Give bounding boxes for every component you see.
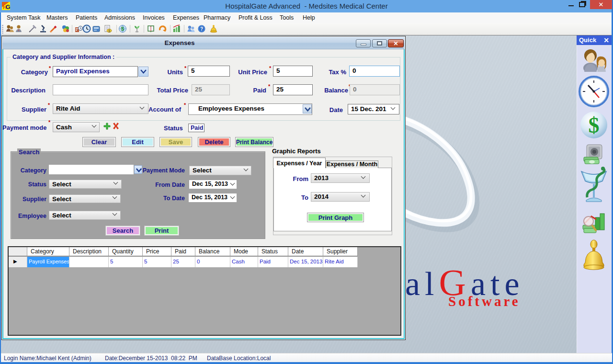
svg-text:?: ? — [200, 26, 203, 32]
svg-text:$: $ — [121, 26, 124, 32]
svg-text:$: $ — [589, 113, 600, 137]
svg-text:$: $ — [108, 29, 110, 33]
